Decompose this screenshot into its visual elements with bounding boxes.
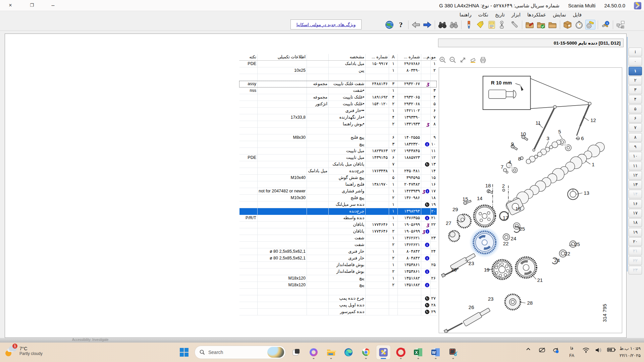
part-callout-22[interactable]: 22 [565,251,570,256]
zoom-in-icon[interactable] [439,56,447,64]
weather-widget[interactable]: 1 7°C Partly cloudy [5,345,43,357]
part-callout-19[interactable]: 19 [484,267,490,273]
figure-page-button-·[interactable]: · [629,57,642,66]
part-callout-4[interactable]: 4 [508,159,511,165]
part-callout-25[interactable]: 25 [574,241,580,247]
table-row[interactable]: ۲۹↻دنده کمپرسور [239,309,437,315]
eraser-icon[interactable] [469,56,477,64]
part-callout-8[interactable]: 8 [518,156,521,162]
arrow-forward-icon[interactable] [422,20,432,29]
table-row[interactable]: ۱۵۳۹۴۵۹۵۵پیچ شش گوشM10x40 [239,175,437,181]
part-callout-25[interactable]: 25 [520,226,525,232]
minimize-button[interactable]: – [49,2,57,9]
supersession-icon[interactable]: ʒ [422,189,425,193]
table-row[interactable]: ۲۷↻چرخ دنده پمپ [239,295,437,302]
info-icon[interactable]: i [426,229,429,234]
table-row[interactable]: ۵۲۹۳۲۰۶۸۲۱۵۴۰۱۲۰•غلتک تایپیتانژکتور [239,101,437,108]
table-row[interactable]: ۱۶۲۰۴۷۴۸۲۱۱۳۸۱۹۷۰فلنج راهنما [239,181,437,188]
maximize-button[interactable]: ❐ [28,2,36,9]
search-box[interactable]: Search [195,346,286,359]
zoom-out-icon[interactable] [449,56,457,64]
table-row[interactable]: ۲۱i۱۳۷۶۳۵۵۱دنده واسطهP/R/T [239,215,437,222]
search-highlight-image[interactable] [267,347,284,358]
table-row[interactable]: ʒ۲۹۳۲۰۶۷۳۲۴۸۸۱۳۶شفت غلتک تایپیتمجموعهass… [239,81,437,87]
part-callout-13[interactable]: 13 [584,190,589,196]
figure-page-button-۳[interactable]: ۳ [629,85,642,94]
table-row[interactable]: ۴۲۹۳۲۰۶۵۴۱۸۹۱۶۹۲•غلتک تایپیتمجموعه [239,94,437,101]
table-row[interactable]: ۷۱۳۹۳۳۹۰۴•خار نگهدارنده17x33,8 [239,114,437,121]
tray-chevron-icon[interactable] [526,347,531,351]
chrome-button[interactable] [359,345,373,359]
figure-page-button-۷[interactable]: ۷ [629,123,642,132]
supersession-icon[interactable]: ʒ [426,122,429,126]
task-view-button[interactable] [289,345,303,359]
table-row[interactable]: ۱۳↻۷یاتاقان میل بادامک [239,161,437,168]
reference-icon[interactable]: ↻ [425,296,429,301]
gear-20-highlighted[interactable] [469,227,500,258]
table-row[interactable]: i۱۳۵۳۸۶۱۲بوش فاصله‌انداز [239,268,437,275]
sitemap-icon[interactable] [615,20,626,29]
fit-view-icon[interactable] [459,56,467,64]
edge-button[interactable] [341,345,356,359]
figure-page-button-۱۳[interactable]: ۱۳ [629,180,642,189]
opera-button[interactable] [394,345,408,359]
table-row[interactable]: i۱۳۵۱۶۸۲۲پیچM18x120 [239,282,437,289]
figure-page-button-۲[interactable]: ۲ [629,76,642,85]
excel-button[interactable]: X [411,345,425,359]
table-row[interactable]: ۲۲ʒ۱۹۰۵۶۹۹۱۱۷۷۴۶۴۶یاتاقان [239,222,437,228]
part-callout-24[interactable]: 24 [511,236,517,241]
table-row[interactable]: ۱۲۹۶۷۶۸۶۱۱۵۰۹۹۱۷میل بادامکPDE [239,61,437,67]
part-callout-16[interactable]: 16 [516,206,521,212]
info-icon[interactable]: i [425,216,429,220]
figure-page-button-۱۷[interactable]: ۱۷ [629,209,642,218]
valve-icon[interactable] [498,20,508,29]
figure-page-button-۱۲[interactable]: ۱۲ [629,171,642,180]
table-row[interactable]: ۱۰i۱۸۳۲۳۲۰۳پیچ [239,141,437,148]
figure-page-button-i[interactable]: i [629,48,642,56]
part-callout-29[interactable]: 29 [452,206,458,212]
part-callout-11[interactable]: 11 [535,120,541,126]
table-row[interactable]: ۳۱•شفتnss [239,87,437,94]
part-callout-15[interactable]: 15 [463,196,468,202]
reference-icon[interactable]: ↻ [425,303,429,307]
package-icon[interactable] [562,20,573,29]
info-icon[interactable]: i [425,269,429,274]
clock-widget[interactable]: ۱۰:۵۹ ب.ظ ۲۲/۱۰/۲۰۲۵ [620,345,641,359]
part-callout-26[interactable]: 26 [451,267,457,273]
info-icon[interactable]: i [425,256,429,260]
table-row[interactable]: ۱۹↻۱دنده سر میل‌لنگ [239,201,437,208]
figure-page-button-۶[interactable]: ۶ [629,114,642,123]
figure-page-button-۱۱[interactable]: ۱۱ [629,162,642,170]
menu-item-5[interactable]: نکات [475,12,492,18]
supersession-icon[interactable]: ʒ [422,229,425,234]
wrench-icon[interactable] [509,20,520,29]
exploded-diagram[interactable]: 1112109847356118215142927131617252422232… [439,67,622,333]
part-callout-26[interactable]: 26 [469,304,474,310]
file-explorer-button[interactable] [324,345,338,359]
part-callout-21[interactable]: 21 [537,277,543,283]
part-callout-9[interactable]: 9 [511,141,514,147]
table-row[interactable]: ۶۱۴۲۱۱۰۲۱••خار فنری [239,108,437,114]
table-row[interactable]: ۱۴۲۳۵۰۴۸۱۱۱۷۶۳۴۳۸چرخ‌دندهمیل بادامک [239,168,437,175]
supersession-icon[interactable]: ʒ [426,82,429,86]
part-callout-22[interactable]: 22 [503,241,509,246]
battery-icon[interactable] [607,347,616,352]
touchpad-off-icon[interactable] [539,347,545,353]
part-callout-18[interactable]: 18 [485,183,491,188]
part-callout-2[interactable]: 2 [502,183,505,189]
table-row[interactable]: ۱۱۱۹۴۳۸۴۵۱۲۱۸۲۳۷۶۳میل تایپیت [239,148,437,155]
figure-page-button-۱۸[interactable]: ۱۸ [629,218,642,227]
binoculars-gray-icon[interactable] [449,20,459,29]
folder-pen-icon[interactable] [525,20,535,29]
part-callout-6[interactable]: 6 [581,135,584,141]
part-callout-5[interactable]: 5 [558,129,561,134]
stopwatch-icon[interactable] [574,20,584,29]
info-icon[interactable]: i [425,283,429,287]
binoculars-dark-icon[interactable] [437,20,447,29]
part-callout-17[interactable]: 17 [503,215,508,221]
reference-icon[interactable]: ↻ [425,162,429,167]
figure-page-button-۱۰[interactable]: ۱۰ [629,152,642,161]
scania-multi-button[interactable] [376,345,390,359]
start-button[interactable] [177,345,191,359]
print-icon[interactable] [479,56,487,64]
